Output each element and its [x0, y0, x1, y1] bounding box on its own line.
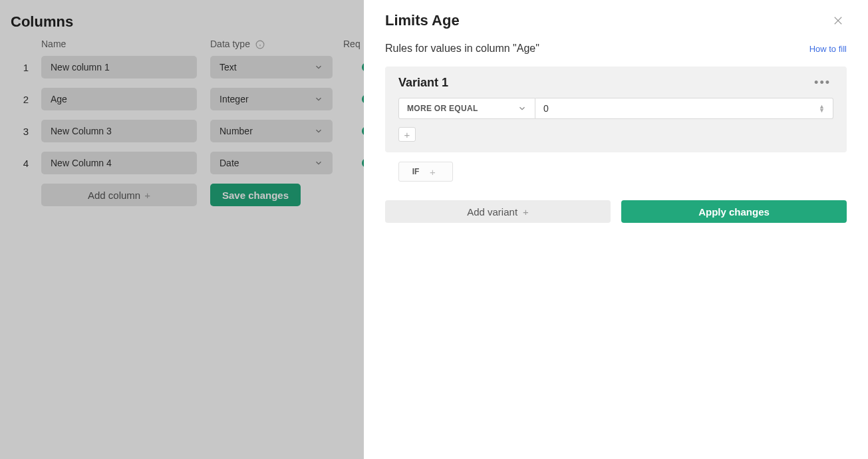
variant-menu-button[interactable]: ••• — [811, 76, 833, 90]
plus-icon: + — [523, 206, 529, 218]
row-number: 4 — [11, 158, 41, 169]
add-column-button[interactable]: Add column + — [41, 184, 197, 206]
add-rule-button[interactable]: + — [398, 127, 416, 142]
column-name-input[interactable] — [41, 88, 197, 110]
variant-card: Variant 1 ••• MORE OR EQUAL 0 ▲▼ + — [385, 67, 847, 152]
close-icon — [832, 15, 844, 27]
number-stepper-icon[interactable]: ▲▼ — [819, 104, 825, 112]
rule-value-input[interactable]: 0 ▲▼ — [535, 98, 833, 119]
column-name-input[interactable] — [41, 152, 197, 174]
column-type-select[interactable]: Number — [210, 120, 333, 142]
row-number: 2 — [11, 94, 41, 105]
if-label: IF — [412, 167, 420, 176]
apply-changes-button[interactable]: Apply changes — [621, 200, 847, 223]
column-name-input[interactable] — [41, 56, 197, 78]
column-type-select[interactable]: Integer — [210, 88, 333, 110]
header-datatype: Data type — [210, 39, 343, 49]
add-variant-button[interactable]: Add variant + — [385, 200, 611, 223]
row-number: 1 — [11, 62, 41, 73]
chevron-down-icon — [517, 104, 527, 113]
plus-icon: + — [404, 129, 410, 140]
plus-icon: + — [426, 165, 439, 178]
header-name: Name — [41, 39, 210, 49]
close-button[interactable] — [829, 12, 847, 32]
chevron-down-icon — [314, 158, 323, 168]
row-number: 3 — [11, 126, 41, 137]
drawer-title: Limits Age — [385, 12, 460, 29]
limits-drawer: Limits Age Rules for values in column "A… — [364, 0, 868, 459]
rule-operator-select[interactable]: MORE OR EQUAL — [398, 98, 535, 119]
variant-title: Variant 1 — [398, 76, 448, 90]
if-condition-block[interactable]: IF + — [398, 162, 453, 182]
column-type-select[interactable]: Text — [210, 56, 333, 78]
column-type-select[interactable]: Date — [210, 152, 333, 174]
chevron-down-icon — [314, 126, 323, 136]
chevron-down-icon — [314, 94, 323, 104]
chevron-down-icon — [314, 63, 323, 72]
drawer-subtitle: Rules for values in column "Age" — [385, 43, 539, 55]
more-icon: ••• — [814, 76, 831, 89]
how-to-fill-link[interactable]: How to fill — [809, 44, 847, 54]
info-icon — [255, 40, 265, 49]
save-changes-button[interactable]: Save changes — [210, 184, 301, 206]
plus-icon: + — [144, 190, 150, 201]
rule-row: MORE OR EQUAL 0 ▲▼ — [398, 98, 833, 119]
column-name-input[interactable] — [41, 120, 197, 142]
